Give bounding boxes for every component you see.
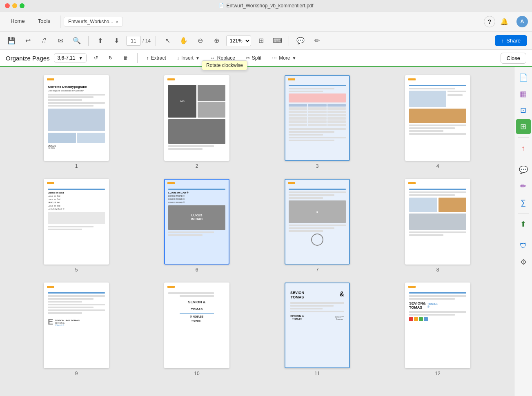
help-icon[interactable]: ? [484,16,495,27]
comment-button[interactable]: 💬 [294,34,307,47]
sidebar-compare-icon[interactable]: ⊡ [516,103,531,118]
page-item-8: 8 [382,179,494,273]
page-thumb-5[interactable]: Luxus Im Bad Luxus Im Bad Luxus Im Bad L… [44,179,109,265]
tools-tab[interactable]: Tools [31,16,57,27]
close-window-button[interactable] [5,3,10,8]
keyboard-shortcuts-button[interactable]: ⌨ [271,34,284,47]
undo-button[interactable]: ↩ [21,34,34,47]
pages-grid: Korrekte Detailtypografie Eine elegante … [20,75,494,376]
sidebar-separator-3 [518,213,529,214]
sidebar-tools-icon[interactable]: ⚙ [516,255,531,269]
close-tab-button[interactable]: × [116,19,118,24]
home-tab[interactable]: Home [4,16,31,27]
sidebar-pen-icon[interactable]: ✏ [516,179,531,194]
select-tool-button[interactable]: ↖ [161,34,174,47]
redo-org-button[interactable]: ↻ [105,53,116,62]
marquee-zoom-button[interactable]: ⊞ [254,34,267,47]
undo-org-button[interactable]: ↺ [91,53,101,62]
sidebar-export-icon[interactable]: ↑ [516,141,531,156]
page-item-4: 4 [382,75,494,169]
page-thumb-4[interactable] [405,75,470,161]
page-thumb-8[interactable] [405,179,470,265]
top-right-controls: ? 🔔 A [484,16,528,27]
zoom-select[interactable]: 121% 100% 75% 150% [226,36,251,46]
more-chevron-icon: ▼ [292,56,296,60]
page-number-input[interactable] [126,36,141,46]
organize-bar: Organize Pages 3,6-7,11 ▼ ↺ ↻ 🗑 ↑ Extrac… [0,50,532,67]
nav-tabs: Home Tools [4,16,57,27]
maximize-window-button[interactable] [20,3,24,8]
page-thumb-12[interactable]: SEVION&TOMAS TOMAS® [405,283,470,368]
split-button[interactable]: ✂ Split [243,53,265,62]
page-thumb-6[interactable]: LUXUS IM BAD ® LUXUS IM BAD ® LUXUS IM B… [164,179,229,265]
trash-icon: 🗑 [123,55,128,61]
sidebar-pages-icon[interactable]: ▦ [516,87,531,101]
page-number-7: 7 [316,267,319,273]
document-tab[interactable]: Entwurfs_Worksho... × [64,17,123,27]
sidebar-separator-2 [518,159,529,159]
toolbar-separator-1 [88,36,89,46]
page-number-11: 11 [314,371,320,376]
user-avatar[interactable]: A [516,16,528,27]
insert-icon: ↓ [177,55,179,61]
close-organize-button[interactable]: Close [501,53,526,64]
delete-org-button[interactable]: 🗑 [120,53,131,62]
tab-separator [60,16,60,28]
annotate-button[interactable]: ✏ [310,34,323,47]
page-item-10: SEVION & TOMAS SEVION & TOMAS 10 [141,283,253,376]
sidebar-comment-icon[interactable]: 💬 [516,162,531,177]
page-item-5: Luxus Im Bad Luxus Im Bad Luxus Im Bad L… [20,179,133,273]
more-button[interactable]: ⋯ More ▼ [269,53,299,62]
redo-icon: ↻ [109,55,113,61]
next-page-button[interactable]: ⬇ [110,34,123,47]
page-item-12: SEVION&TOMAS TOMAS® [382,283,494,376]
prev-page-button[interactable]: ⬆ [93,34,107,47]
toolbar-separator-2 [156,36,156,46]
insert-chevron-icon: ▼ [196,56,200,60]
page-range-selector[interactable]: 3,6-7,11 ▼ [54,53,87,62]
page-item-9: E SEVION UND TOMAS SEVION & TOMAS ® 9 [20,283,133,376]
organize-title: Organize Pages [6,55,50,62]
print-button[interactable]: 🖨 [38,34,51,47]
page-thumb-11[interactable]: SEVION TOMAS & SEVION &TOMAS [285,283,350,368]
pages-container[interactable]: Korrekte Detailtypografie Eine elegante … [0,67,514,396]
split-icon: ✂ [246,55,250,61]
page-number-2: 2 [196,163,198,169]
email-button[interactable]: ✉ [54,34,67,47]
zoom-out-button[interactable]: ⊖ [194,34,207,47]
insert-button[interactable]: ↓ Insert ▼ [174,53,203,62]
page-number-1: 1 [75,163,78,169]
page-thumb-2[interactable]: IMG [164,75,229,161]
page-thumb-3[interactable] [285,75,350,161]
sidebar-shield-icon[interactable]: 🛡 [516,238,531,253]
window-title: 📄 Entwurf_Workshop_vb_kommentiert.pdf [218,3,313,9]
zoom-in-button[interactable]: ⊕ [210,34,223,47]
page-number-4: 4 [436,163,439,169]
sidebar-organize-icon[interactable]: ⊞ [516,119,531,134]
page-thumb-9[interactable]: E SEVION UND TOMAS SEVION & TOMAS ® [44,283,109,368]
top-toolbar: Home Tools Entwurfs_Worksho... × ? 🔔 A [0,11,532,32]
save-button[interactable]: 💾 [5,34,18,47]
page-number-3: 3 [316,163,319,169]
pan-tool-button[interactable]: ✋ [177,34,190,47]
search-button[interactable]: 🔍 [70,34,83,47]
sidebar-pdf-icon[interactable]: 📄 [516,70,531,85]
sidebar-export2-icon[interactable]: ⬆ [516,217,531,231]
sidebar-formula-icon[interactable]: ∑ [516,195,531,210]
main-area: Korrekte Detailtypografie Eine elegante … [0,67,532,396]
page-item-1: Korrekte Detailtypografie Eine elegante … [20,75,133,169]
right-sidebar: 📄 ▦ ⊡ ⊞ ↑ 💬 ✏ ∑ ⬆ 🛡 ⚙ [514,67,532,396]
share-button[interactable]: ↑ Share [495,35,527,46]
notification-icon[interactable]: 🔔 [499,16,510,27]
minimize-window-button[interactable] [12,3,17,8]
window-controls[interactable] [5,3,24,8]
page-thumb-1[interactable]: Korrekte Detailtypografie Eine elegante … [44,75,109,161]
page-number-8: 8 [436,267,439,273]
page-item-11: SEVION TOMAS & SEVION &TOMAS [261,283,374,376]
replace-button[interactable]: ↔ Replace [207,53,238,62]
page-thumb-7[interactable]: ■ [285,179,350,265]
page-thumb-10[interactable]: SEVION & TOMAS SEVION & TOMAS [164,283,229,368]
page-number-6: 6 [196,267,198,273]
extract-button[interactable]: ↑ Extract [143,53,169,62]
toolbar-separator-3 [289,36,289,46]
